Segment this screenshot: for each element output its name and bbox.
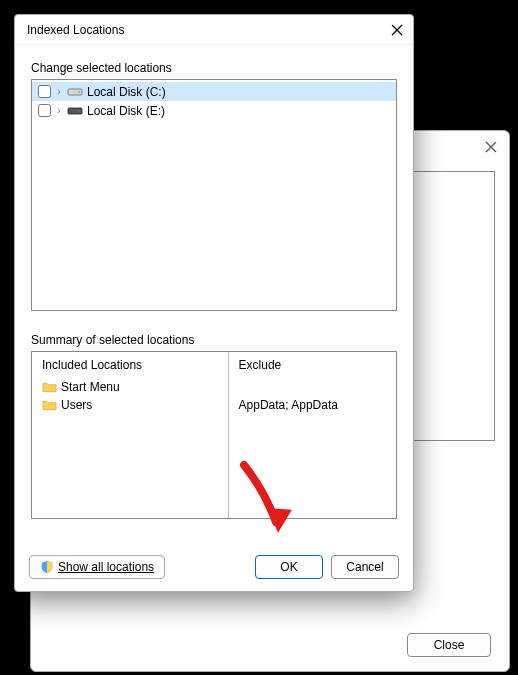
exclude-value: AppData; AppData	[239, 396, 386, 414]
tree-row-c[interactable]: › Local Disk (C:)	[32, 82, 396, 101]
tree-label: Local Disk (C:)	[87, 85, 166, 99]
summary-box: Included Locations Start Menu Users Excl…	[31, 351, 397, 519]
close-icon[interactable]	[389, 22, 405, 38]
shield-icon	[40, 560, 54, 574]
dialog-title: Indexed Locations	[27, 23, 124, 37]
exclude-header: Exclude	[239, 358, 386, 372]
chevron-right-icon[interactable]: ›	[55, 86, 63, 97]
drive-icon	[67, 86, 83, 98]
close-button[interactable]: Close	[407, 633, 491, 657]
dialog-body: Change selected locations › Local Disk (…	[15, 45, 413, 547]
ok-button[interactable]: OK	[255, 555, 323, 579]
change-locations-label: Change selected locations	[31, 61, 397, 75]
tree-label: Local Disk (E:)	[87, 104, 165, 118]
summary-label: Summary of selected locations	[31, 333, 397, 347]
svg-rect-1	[78, 91, 80, 92]
tree-checkbox[interactable]	[38, 104, 51, 117]
locations-tree[interactable]: › Local Disk (C:) › Local Disk (E:)	[31, 79, 397, 311]
show-all-label: Show all locations	[58, 560, 154, 574]
list-item[interactable]: Start Menu	[42, 378, 218, 396]
indexed-locations-dialog: Indexed Locations Change selected locati…	[14, 14, 414, 592]
dialog-footer: Show all locations OK Cancel	[15, 547, 413, 591]
list-item[interactable]: Users	[42, 396, 218, 414]
titlebar: Indexed Locations	[15, 15, 413, 45]
list-item-label: Users	[61, 398, 92, 412]
cancel-button[interactable]: Cancel	[331, 555, 399, 579]
svg-rect-3	[78, 110, 80, 111]
exclude-text: AppData; AppData	[239, 398, 338, 412]
close-icon[interactable]	[483, 139, 499, 155]
chevron-right-icon[interactable]: ›	[55, 105, 63, 116]
folder-icon	[42, 381, 57, 393]
included-header: Included Locations	[42, 358, 218, 372]
tree-row-e[interactable]: › Local Disk (E:)	[32, 101, 396, 120]
list-item-label: Start Menu	[61, 380, 120, 394]
tree-checkbox[interactable]	[38, 85, 51, 98]
included-column: Included Locations Start Menu Users	[32, 352, 229, 518]
folder-icon	[42, 399, 57, 411]
show-all-locations-button[interactable]: Show all locations	[29, 555, 165, 579]
exclude-column: Exclude AppData; AppData	[229, 352, 396, 518]
drive-icon	[67, 105, 83, 117]
